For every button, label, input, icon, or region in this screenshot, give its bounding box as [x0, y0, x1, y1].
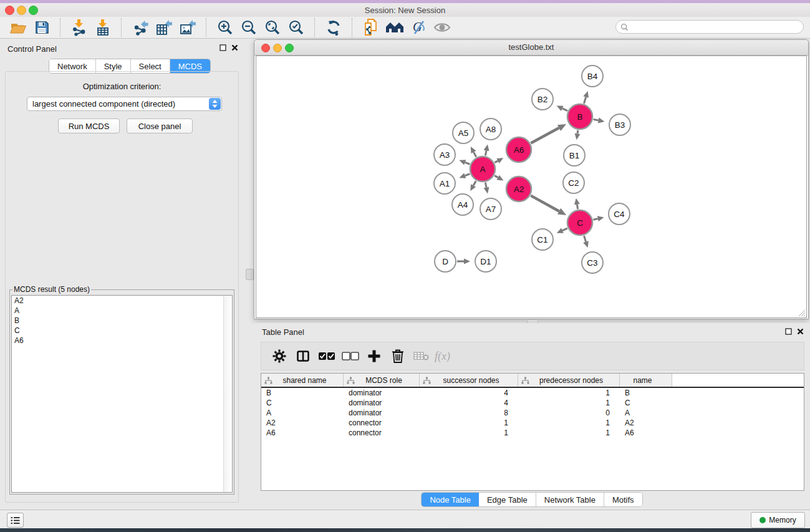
node-A2[interactable]: A2	[506, 177, 531, 201]
graphics-details-icon[interactable]: G	[407, 17, 430, 37]
cell-shared-name[interactable]: A2	[261, 418, 344, 428]
new-network-from-selection-icon[interactable]	[359, 17, 383, 37]
window-resize-grip[interactable]	[796, 307, 806, 317]
edge-A-A5[interactable]	[473, 152, 476, 157]
cell-predecessor-nodes[interactable]: 1	[518, 398, 620, 408]
cell-name[interactable]: A2	[620, 418, 672, 428]
close-panel-icon[interactable]	[797, 328, 804, 335]
edge-A2-C[interactable]	[531, 196, 559, 211]
node-B4[interactable]: B4	[582, 65, 603, 87]
node-C4[interactable]: C4	[609, 203, 630, 225]
node-B1[interactable]: B1	[564, 145, 585, 166]
criterion-select[interactable]: largest connected component (directed)	[27, 97, 222, 111]
cell-MCDS-role[interactable]: connector	[344, 418, 420, 428]
edge-A-A8[interactable]	[485, 150, 486, 155]
node-D[interactable]: D	[435, 251, 456, 272]
column-header-MCDS-role[interactable]: MCDS role	[344, 374, 420, 387]
cell-MCDS-role[interactable]: connector	[344, 428, 420, 438]
edge-B-B3[interactable]	[594, 119, 599, 120]
table-row[interactable]: A6connector11A6	[261, 428, 804, 438]
edge-C-C1[interactable]	[562, 228, 567, 231]
table-row[interactable]: A2connector11A2	[261, 418, 804, 428]
cell-predecessor-nodes[interactable]: 1	[518, 418, 620, 428]
node-table[interactable]: shared nameMCDS rolesuccessor nodesprede…	[261, 373, 804, 491]
network-window-titlebar[interactable]: testGlobe.txt	[254, 40, 808, 56]
cell-successor-nodes[interactable]: 8	[420, 408, 518, 418]
edge-A-A6[interactable]	[494, 161, 498, 163]
cell-predecessor-nodes[interactable]: 1	[518, 428, 620, 438]
edge-A-A7[interactable]	[485, 183, 486, 188]
node-A7[interactable]: A7	[480, 198, 501, 220]
cell-MCDS-role[interactable]: dominator	[344, 408, 420, 418]
open-session-icon[interactable]	[6, 17, 30, 37]
import-network-icon[interactable]	[67, 17, 91, 37]
refresh-icon[interactable]	[322, 17, 345, 37]
node-A5[interactable]: A5	[453, 122, 474, 143]
table-row[interactable]: Bdominator41B	[261, 388, 804, 398]
node-B2[interactable]: B2	[532, 89, 553, 110]
close-panel-icon[interactable]	[231, 44, 238, 51]
tab-motifs[interactable]: Motifs	[604, 493, 642, 506]
cell-shared-name[interactable]: A	[261, 408, 344, 418]
cell-predecessor-nodes[interactable]: 1	[518, 388, 620, 398]
cell-MCDS-role[interactable]: dominator	[344, 388, 420, 398]
node-A4[interactable]: A4	[452, 194, 473, 215]
cell-name[interactable]: B	[620, 388, 672, 398]
result-scrollbar[interactable]	[223, 296, 232, 492]
cell-name[interactable]: C	[620, 398, 672, 408]
zoom-in-icon[interactable]	[213, 17, 237, 37]
export-network-icon[interactable]	[128, 17, 152, 37]
gear-icon[interactable]	[268, 346, 291, 367]
cell-MCDS-role[interactable]: dominator	[344, 398, 420, 408]
column-header-shared-name[interactable]: shared name	[261, 374, 344, 387]
edge-B-B1[interactable]	[577, 130, 578, 134]
node-C1[interactable]: C1	[532, 229, 553, 250]
edge-A-A3[interactable]	[465, 162, 470, 164]
tab-network-table[interactable]: Network Table	[536, 493, 604, 506]
save-session-icon[interactable]	[30, 17, 54, 37]
cell-successor-nodes[interactable]: 4	[420, 398, 518, 408]
trash-icon[interactable]	[386, 346, 410, 367]
result-item[interactable]: B	[12, 316, 232, 326]
result-item[interactable]: A6	[12, 336, 232, 346]
edge-B-B4[interactable]	[584, 97, 586, 104]
edge-C-C2[interactable]	[577, 205, 577, 210]
column-header-predecessor-nodes[interactable]: predecessor nodes	[518, 374, 620, 387]
result-item[interactable]: A	[12, 306, 232, 316]
search-field[interactable]	[615, 20, 804, 34]
deselect-checkboxes-icon[interactable]	[339, 346, 362, 367]
cell-predecessor-nodes[interactable]: 0	[518, 408, 620, 418]
import-table-icon[interactable]	[91, 17, 115, 37]
edge-A-A1[interactable]	[465, 174, 470, 176]
export-image-icon[interactable]	[176, 17, 200, 37]
cell-name[interactable]: A6	[620, 428, 672, 438]
run-mcds-button[interactable]: Run MCDS	[58, 118, 120, 133]
column-header-successor-nodes[interactable]: successor nodes	[420, 374, 518, 387]
node-A[interactable]: A	[470, 157, 495, 181]
result-item[interactable]: A2	[12, 296, 232, 306]
memory-button[interactable]: Memory	[751, 512, 805, 528]
node-A8[interactable]: A8	[480, 118, 501, 140]
table-row[interactable]: Adominator80A	[261, 408, 804, 418]
cell-name[interactable]: A	[620, 408, 672, 418]
task-history-button[interactable]	[7, 513, 24, 528]
node-A1[interactable]: A1	[434, 173, 455, 194]
node-B3[interactable]: B3	[609, 114, 630, 135]
edge-A6-B[interactable]	[531, 128, 559, 143]
tab-node-table[interactable]: Node Table	[422, 493, 479, 506]
edge-A-A2[interactable]	[494, 176, 498, 178]
table-row[interactable]: Cdominator41C	[261, 398, 804, 408]
edge-C-C4[interactable]	[593, 219, 597, 220]
cell-shared-name[interactable]: A6	[261, 428, 344, 438]
edge-A-A4[interactable]	[473, 181, 476, 185]
cell-shared-name[interactable]: C	[261, 398, 344, 408]
cell-successor-nodes[interactable]: 1	[420, 418, 518, 428]
result-item[interactable]: C	[12, 326, 232, 336]
delete-table-icon[interactable]	[410, 346, 433, 367]
network-canvas[interactable]: AA1A3A4A5A7A8A6A2BB1B2B3B4CC1C2C3C4DD1	[256, 56, 807, 318]
node-A6[interactable]: A6	[506, 137, 531, 162]
function-builder-icon[interactable]: f(x)	[433, 346, 457, 367]
first-neighbors-icon[interactable]	[383, 17, 407, 37]
column-header-name[interactable]: name	[620, 374, 672, 387]
search-input[interactable]	[631, 22, 789, 32]
